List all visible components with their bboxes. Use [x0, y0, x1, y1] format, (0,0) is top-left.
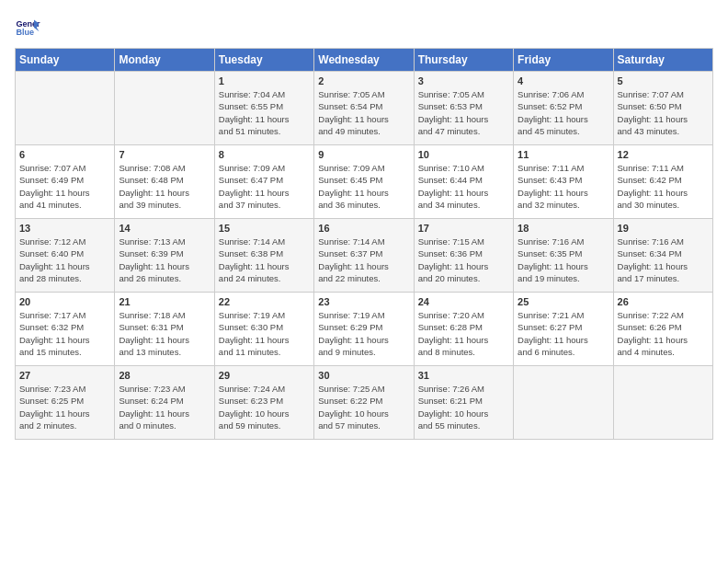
calendar-cell: 5Sunrise: 7:07 AM Sunset: 6:50 PM Daylig… — [613, 72, 712, 145]
day-number: 23 — [318, 296, 409, 307]
header-cell-thursday: Thursday — [414, 49, 513, 72]
day-detail: Sunrise: 7:25 AM Sunset: 6:22 PM Dayligh… — [318, 383, 409, 431]
svg-text:Blue: Blue — [16, 28, 34, 37]
day-number: 3 — [418, 75, 509, 86]
calendar-cell: 6Sunrise: 7:07 AM Sunset: 6:49 PM Daylig… — [16, 145, 115, 219]
calendar-cell: 2Sunrise: 7:05 AM Sunset: 6:54 PM Daylig… — [314, 72, 414, 145]
day-number: 21 — [119, 296, 210, 307]
day-number: 25 — [518, 296, 609, 307]
header-cell-friday: Friday — [514, 49, 613, 72]
day-detail: Sunrise: 7:05 AM Sunset: 6:53 PM Dayligh… — [418, 88, 509, 137]
day-detail: Sunrise: 7:14 AM Sunset: 6:38 PM Dayligh… — [219, 236, 310, 284]
day-detail: Sunrise: 7:20 AM Sunset: 6:28 PM Dayligh… — [418, 309, 509, 358]
day-number: 19 — [618, 223, 709, 234]
calendar-header: SundayMondayTuesdayWednesdayThursdayFrid… — [16, 49, 713, 72]
day-detail: Sunrise: 7:09 AM Sunset: 6:45 PM Dayligh… — [318, 162, 409, 211]
day-number: 12 — [618, 149, 709, 160]
calendar-cell: 26Sunrise: 7:22 AM Sunset: 6:26 PM Dayli… — [613, 293, 712, 366]
day-detail: Sunrise: 7:21 AM Sunset: 6:27 PM Dayligh… — [518, 309, 609, 358]
day-number: 31 — [418, 370, 509, 381]
day-detail: Sunrise: 7:05 AM Sunset: 6:54 PM Dayligh… — [318, 88, 409, 137]
page-header: General Blue — [15, 15, 713, 40]
calendar-cell: 16Sunrise: 7:14 AM Sunset: 6:37 PM Dayli… — [314, 219, 414, 293]
calendar-cell: 7Sunrise: 7:08 AM Sunset: 6:48 PM Daylig… — [115, 145, 214, 219]
calendar-cell: 31Sunrise: 7:26 AM Sunset: 6:21 PM Dayli… — [414, 366, 513, 440]
calendar-cell: 28Sunrise: 7:23 AM Sunset: 6:24 PM Dayli… — [115, 366, 214, 440]
day-detail: Sunrise: 7:19 AM Sunset: 6:30 PM Dayligh… — [219, 309, 310, 358]
day-detail: Sunrise: 7:23 AM Sunset: 6:24 PM Dayligh… — [119, 383, 210, 431]
day-detail: Sunrise: 7:13 AM Sunset: 6:39 PM Dayligh… — [119, 236, 210, 284]
day-number: 24 — [418, 296, 509, 307]
day-number: 2 — [318, 75, 409, 86]
day-detail: Sunrise: 7:19 AM Sunset: 6:29 PM Dayligh… — [318, 309, 409, 358]
day-detail: Sunrise: 7:09 AM Sunset: 6:47 PM Dayligh… — [219, 162, 310, 211]
calendar-cell: 23Sunrise: 7:19 AM Sunset: 6:29 PM Dayli… — [314, 293, 414, 366]
calendar-week-2: 13Sunrise: 7:12 AM Sunset: 6:40 PM Dayli… — [16, 219, 713, 293]
calendar-cell: 11Sunrise: 7:11 AM Sunset: 6:43 PM Dayli… — [514, 145, 613, 219]
day-number: 20 — [19, 296, 110, 307]
day-detail: Sunrise: 7:12 AM Sunset: 6:40 PM Dayligh… — [19, 236, 110, 284]
header-cell-wednesday: Wednesday — [314, 49, 414, 72]
header-cell-saturday: Saturday — [613, 49, 712, 72]
calendar-table: SundayMondayTuesdayWednesdayThursdayFrid… — [15, 48, 713, 440]
header-cell-monday: Monday — [115, 49, 214, 72]
day-number: 10 — [418, 149, 509, 160]
day-number: 8 — [219, 149, 310, 160]
day-detail: Sunrise: 7:23 AM Sunset: 6:25 PM Dayligh… — [19, 383, 110, 431]
calendar-week-1: 6Sunrise: 7:07 AM Sunset: 6:49 PM Daylig… — [16, 145, 713, 219]
calendar-cell: 29Sunrise: 7:24 AM Sunset: 6:23 PM Dayli… — [214, 366, 313, 440]
day-number: 13 — [19, 223, 110, 234]
calendar-cell: 15Sunrise: 7:14 AM Sunset: 6:38 PM Dayli… — [214, 219, 313, 293]
day-number: 18 — [518, 223, 609, 234]
calendar-cell: 9Sunrise: 7:09 AM Sunset: 6:45 PM Daylig… — [314, 145, 414, 219]
day-number: 17 — [418, 223, 509, 234]
day-number: 28 — [119, 370, 210, 381]
day-detail: Sunrise: 7:04 AM Sunset: 6:55 PM Dayligh… — [219, 88, 310, 137]
calendar-cell: 20Sunrise: 7:17 AM Sunset: 6:32 PM Dayli… — [16, 293, 115, 366]
day-detail: Sunrise: 7:26 AM Sunset: 6:21 PM Dayligh… — [418, 383, 509, 431]
calendar-cell: 24Sunrise: 7:20 AM Sunset: 6:28 PM Dayli… — [414, 293, 513, 366]
calendar-cell: 10Sunrise: 7:10 AM Sunset: 6:44 PM Dayli… — [414, 145, 513, 219]
day-number: 16 — [318, 223, 409, 234]
day-number: 1 — [219, 75, 310, 86]
logo-icon: General Blue — [15, 15, 40, 40]
day-detail: Sunrise: 7:14 AM Sunset: 6:37 PM Dayligh… — [318, 236, 409, 284]
day-number: 5 — [618, 75, 709, 86]
calendar-cell: 21Sunrise: 7:18 AM Sunset: 6:31 PM Dayli… — [115, 293, 214, 366]
calendar-cell — [115, 72, 214, 145]
day-number: 7 — [119, 149, 210, 160]
day-detail: Sunrise: 7:07 AM Sunset: 6:50 PM Dayligh… — [618, 88, 709, 137]
calendar-cell: 27Sunrise: 7:23 AM Sunset: 6:25 PM Dayli… — [16, 366, 115, 440]
calendar-cell: 22Sunrise: 7:19 AM Sunset: 6:30 PM Dayli… — [214, 293, 313, 366]
logo: General Blue — [15, 15, 44, 40]
day-detail: Sunrise: 7:10 AM Sunset: 6:44 PM Dayligh… — [418, 162, 509, 211]
day-number: 26 — [618, 296, 709, 307]
calendar-cell: 4Sunrise: 7:06 AM Sunset: 6:52 PM Daylig… — [514, 72, 613, 145]
calendar-cell: 18Sunrise: 7:16 AM Sunset: 6:35 PM Dayli… — [514, 219, 613, 293]
day-detail: Sunrise: 7:06 AM Sunset: 6:52 PM Dayligh… — [518, 88, 609, 137]
day-number: 9 — [318, 149, 409, 160]
day-detail: Sunrise: 7:07 AM Sunset: 6:49 PM Dayligh… — [19, 162, 110, 211]
header-cell-sunday: Sunday — [16, 49, 115, 72]
calendar-cell: 19Sunrise: 7:16 AM Sunset: 6:34 PM Dayli… — [613, 219, 712, 293]
day-detail: Sunrise: 7:15 AM Sunset: 6:36 PM Dayligh… — [418, 236, 509, 284]
day-number: 14 — [119, 223, 210, 234]
day-detail: Sunrise: 7:24 AM Sunset: 6:23 PM Dayligh… — [219, 383, 310, 431]
calendar-cell — [613, 366, 712, 440]
day-detail: Sunrise: 7:16 AM Sunset: 6:35 PM Dayligh… — [518, 236, 609, 284]
calendar-week-0: 1Sunrise: 7:04 AM Sunset: 6:55 PM Daylig… — [16, 72, 713, 145]
day-number: 6 — [19, 149, 110, 160]
calendar-cell: 13Sunrise: 7:12 AM Sunset: 6:40 PM Dayli… — [16, 219, 115, 293]
day-number: 27 — [19, 370, 110, 381]
day-detail: Sunrise: 7:11 AM Sunset: 6:42 PM Dayligh… — [618, 162, 709, 211]
calendar-cell: 14Sunrise: 7:13 AM Sunset: 6:39 PM Dayli… — [115, 219, 214, 293]
day-number: 11 — [518, 149, 609, 160]
day-detail: Sunrise: 7:11 AM Sunset: 6:43 PM Dayligh… — [518, 162, 609, 211]
calendar-cell: 17Sunrise: 7:15 AM Sunset: 6:36 PM Dayli… — [414, 219, 513, 293]
header-cell-tuesday: Tuesday — [214, 49, 313, 72]
calendar-week-4: 27Sunrise: 7:23 AM Sunset: 6:25 PM Dayli… — [16, 366, 713, 440]
calendar-cell — [514, 366, 613, 440]
day-number: 15 — [219, 223, 310, 234]
calendar-week-3: 20Sunrise: 7:17 AM Sunset: 6:32 PM Dayli… — [16, 293, 713, 366]
day-detail: Sunrise: 7:08 AM Sunset: 6:48 PM Dayligh… — [119, 162, 210, 211]
